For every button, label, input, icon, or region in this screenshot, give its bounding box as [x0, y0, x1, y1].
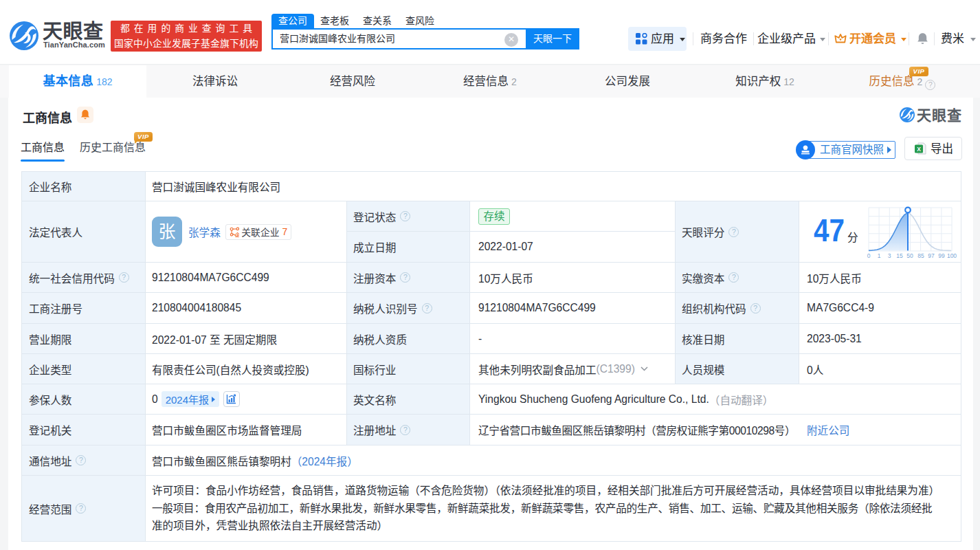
svg-text:0: 0 — [867, 252, 871, 259]
svg-text:X: X — [917, 146, 921, 153]
svg-text:1: 1 — [878, 252, 881, 259]
svg-text:100: 100 — [947, 252, 957, 259]
svg-text:97: 97 — [928, 252, 935, 259]
svg-text:99: 99 — [938, 252, 945, 259]
svg-text:企: 企 — [234, 232, 240, 237]
svg-text:50: 50 — [906, 252, 913, 259]
svg-text:15: 15 — [896, 252, 903, 259]
svg-text:85: 85 — [917, 252, 924, 259]
svg-text:3: 3 — [888, 252, 891, 259]
